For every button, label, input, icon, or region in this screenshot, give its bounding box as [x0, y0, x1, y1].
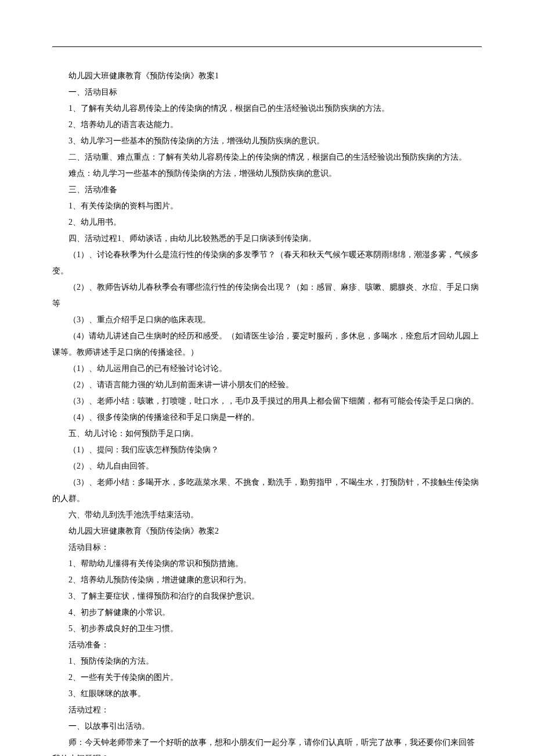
paragraph: 3、幼儿学习一些基本的预防传染病的方法，增强幼儿预防疾病的意识。 [52, 133, 482, 149]
paragraph: 1、了解有关幼儿容易传染上的传染病的情况，根据自己的生活经验说出预防疾病的方法。 [52, 100, 482, 117]
paragraph: 幼儿园大班健康教育《预防传染病》教案1 [52, 68, 482, 84]
paragraph: 2、幼儿用书。 [52, 214, 482, 231]
paragraph: 2、一些有关于传染病的图片。 [52, 669, 482, 686]
paragraph: （1）、提问：我们应该怎样预防传染病？ [52, 442, 482, 458]
paragraph: 5、初步养成良好的卫生习惯。 [52, 621, 482, 637]
paragraph: 2、培养幼儿的语言表达能力。 [52, 117, 482, 133]
paragraph: （2）、幼儿自由回答。 [52, 458, 482, 474]
paragraph: 二、活动重、难点重点：了解有关幼儿容易传染上的传染病的情况，根据自己的生活经验说… [52, 149, 482, 165]
paragraph: （1）、讨论春秋季为什么是流行性的传染病的多发季节？（春天和秋天气候乍暖还寒阴雨… [52, 247, 482, 279]
paragraph: 难点：幼儿学习一些基本的预防传染病的方法，增强幼儿预防疾病的意识。 [52, 165, 482, 182]
document-page: 幼儿园大班健康教育《预防传染病》教案1一、活动目标1、了解有关幼儿容易传染上的传… [0, 0, 534, 756]
paragraph: 3、了解主要症状，懂得预防和治疗的自我保护意识。 [52, 588, 482, 604]
paragraph: 4、初步了解健康的小常识。 [52, 604, 482, 621]
paragraph: （1）、幼儿运用自己的已有经验讨论讨论。 [52, 361, 482, 377]
paragraph: 幼儿园大班健康教育《预防传染病》教案2 [52, 523, 482, 539]
paragraph: （4）、很多传染病的传播途径和手足口病是一样的。 [52, 409, 482, 426]
paragraph: 1、帮助幼儿懂得有关传染病的常识和预防措施。 [52, 556, 482, 572]
paragraph: 师：今天钟老师带来了一个好听的故事，想和小朋友们一起分享，请你们认真听，听完了故… [52, 735, 482, 756]
paragraph: 活动准备： [52, 637, 482, 653]
paragraph: 1、预防传染病的方法。 [52, 653, 482, 669]
paragraph: 三、活动准备 [52, 182, 482, 198]
paragraph: 活动过程： [52, 702, 482, 718]
paragraph: 六、带幼儿到洗手池洗手结束活动。 [52, 507, 482, 523]
paragraph: （4）请幼儿讲述自己生病时的经历和感受。（如请医生诊治，要定时服药，多休息，多喝… [52, 328, 482, 361]
paragraph: 一、以故事引出活动。 [52, 718, 482, 735]
paragraph: 2、培养幼儿预防传染病，增进健康的意识和行为。 [52, 572, 482, 588]
paragraph: （3）、重点介绍手足口病的临床表现。 [52, 312, 482, 328]
paragraph: （3）、老师小结：多喝开水，多吃蔬菜水果、不挑食，勤洗手，勤剪指甲，不喝生水，打… [52, 474, 482, 507]
paragraph: 1、有关传染病的资料与图片。 [52, 198, 482, 214]
paragraph: 四、活动过程1、师幼谈话，由幼儿比较熟悉的手足口病谈到传染病。 [52, 231, 482, 247]
paragraph: （2）、教师告诉幼儿春秋季会有哪些流行性的传染病会出现？（如：感冒、麻疹、咳嗽、… [52, 279, 482, 312]
paragraph: 一、活动目标 [52, 84, 482, 100]
paragraph: 3、红眼咪咪的故事。 [52, 686, 482, 702]
paragraph: 五、幼儿讨论：如何预防手足口病。 [52, 426, 482, 442]
paragraph: （2）、请语言能力强的'幼儿到前面来讲一讲小朋友们的经验。 [52, 377, 482, 393]
paragraph: （3）、老师小结：咳嗽，打喷嚏，吐口水，，毛巾及手摸过的用具上都会留下细菌，都有… [52, 393, 482, 409]
horizontal-rule [52, 46, 482, 47]
document-body: 幼儿园大班健康教育《预防传染病》教案1一、活动目标1、了解有关幼儿容易传染上的传… [52, 68, 482, 756]
paragraph: 活动目标： [52, 539, 482, 556]
